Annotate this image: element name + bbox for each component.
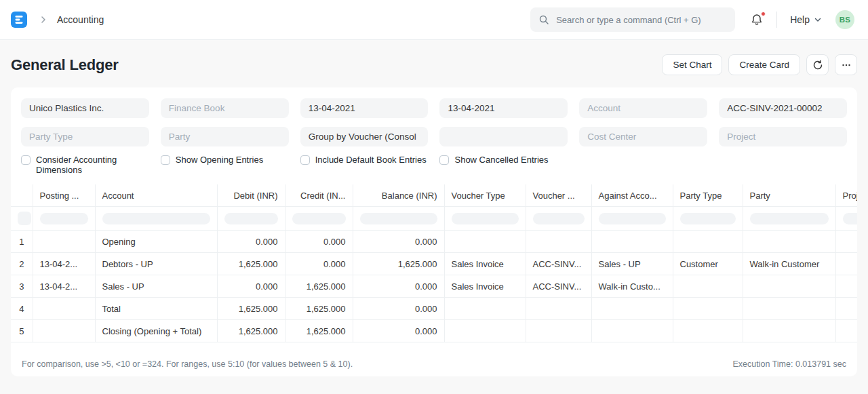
posting-date-cell[interactable]: 13-04-2... (33, 253, 95, 275)
project-cell[interactable] (835, 320, 857, 342)
column-header-voucher-no[interactable]: Voucher ... (526, 184, 591, 207)
account-column-filter[interactable] (102, 213, 210, 224)
party-type-cell[interactable] (673, 231, 743, 253)
debit-cell[interactable]: 1,625.000 (217, 253, 285, 275)
column-header-party[interactable]: Party (743, 184, 835, 207)
user-avatar[interactable]: BS (835, 10, 854, 29)
party-cell[interactable] (743, 320, 835, 342)
balance-cell[interactable]: 1,625.000 (353, 253, 444, 275)
column-header-against-account[interactable]: Against Acco... (591, 184, 673, 207)
row-select-filter[interactable] (18, 212, 31, 225)
voucher-no-cell[interactable]: ACC-SINV... (526, 275, 591, 298)
column-header-voucher-type[interactable]: Voucher Type (444, 184, 526, 207)
project-cell[interactable] (835, 275, 857, 298)
party-type-cell[interactable] (673, 320, 743, 342)
checkbox-show-opening-entries[interactable]: Show Opening Entries (161, 155, 289, 176)
checkbox-box[interactable] (21, 155, 31, 165)
party-column-filter[interactable] (750, 213, 829, 224)
create-card-button[interactable]: Create Card (728, 54, 800, 75)
account-filter[interactable] (579, 98, 707, 118)
balance-cell[interactable]: 0.000 (353, 298, 444, 320)
cost-center-filter[interactable] (579, 127, 707, 146)
posting-date-cell[interactable] (33, 298, 95, 320)
checkbox-box[interactable] (161, 155, 170, 165)
voucher-no-cell[interactable] (526, 231, 591, 253)
project-cell[interactable] (835, 253, 857, 275)
column-header-project[interactable]: Proj (835, 184, 857, 207)
checkbox-box[interactable] (300, 155, 310, 165)
account-cell[interactable]: Opening (95, 231, 217, 253)
debit-cell[interactable]: 0.000 (217, 231, 285, 253)
voucher-type-cell[interactable] (444, 298, 526, 320)
voucher-type-cell[interactable] (444, 320, 526, 342)
column-header-credit[interactable]: Credit (IN... (285, 184, 353, 207)
against-account-cell[interactable] (591, 298, 673, 320)
account-cell[interactable]: Sales - UP (95, 275, 217, 298)
column-header-debit[interactable]: Debit (INR) (217, 184, 285, 207)
balance-cell[interactable]: 0.000 (353, 275, 444, 298)
credit-cell[interactable]: 1,625.000 (285, 275, 353, 298)
account-cell[interactable]: Closing (Opening + Total) (95, 320, 217, 342)
menu-button[interactable] (835, 54, 857, 75)
column-header-posting-date[interactable]: Posting ... (33, 184, 95, 207)
voucher-type-cell[interactable]: Sales Invoice (444, 253, 526, 275)
checkbox-box[interactable] (439, 155, 449, 165)
party-cell[interactable] (743, 275, 835, 298)
search-input[interactable] (555, 14, 727, 26)
party-cell[interactable] (743, 298, 835, 320)
party-filter[interactable] (161, 127, 289, 146)
party-type-cell[interactable] (673, 275, 743, 298)
voucher-no-column-filter[interactable] (533, 213, 585, 224)
column-header-account[interactable]: Account (95, 184, 217, 207)
debit-cell[interactable]: 1,625.000 (217, 298, 285, 320)
column-header-balance[interactable]: Balance (INR) (353, 184, 444, 207)
project-filter[interactable] (719, 127, 847, 146)
voucher-type-cell[interactable] (444, 231, 526, 253)
credit-cell[interactable]: 0.000 (285, 253, 353, 275)
party-type-cell[interactable] (673, 298, 743, 320)
voucher-no-cell[interactable] (526, 298, 591, 320)
column-header-party-type[interactable]: Party Type (673, 184, 743, 207)
debit-cell[interactable]: 0.000 (217, 275, 285, 298)
refresh-button[interactable] (806, 54, 829, 75)
help-menu[interactable]: Help (786, 12, 826, 28)
voucher-no-cell[interactable] (526, 320, 591, 342)
balance-column-filter[interactable] (360, 213, 437, 224)
checkbox-consider-accounting-dimensions[interactable]: Consider Accounting Dimensions (21, 155, 149, 176)
from-date-filter[interactable] (300, 98, 429, 118)
project-cell[interactable] (835, 298, 857, 320)
app-logo[interactable] (11, 12, 27, 28)
checkbox-show-cancelled-entries[interactable]: Show Cancelled Entries (439, 155, 568, 176)
breadcrumb[interactable]: Accounting (57, 14, 104, 25)
account-cell[interactable]: Debtors - UP (95, 253, 217, 275)
credit-cell[interactable]: 1,625.000 (285, 298, 353, 320)
against-account-cell[interactable]: Sales - UP (591, 253, 673, 275)
company-filter[interactable] (21, 98, 149, 118)
finance-book-filter[interactable] (161, 98, 289, 118)
posting-date-cell[interactable]: 13-04-2... (33, 275, 95, 298)
set-chart-button[interactable]: Set Chart (662, 54, 722, 75)
empty-filter[interactable] (439, 127, 568, 146)
against-account-cell[interactable] (591, 231, 673, 253)
posting-date-cell[interactable] (33, 320, 95, 342)
balance-cell[interactable]: 0.000 (353, 231, 444, 253)
against-account-column-filter[interactable] (599, 213, 666, 224)
voucher-type-column-filter[interactable] (452, 213, 519, 224)
against-account-cell[interactable]: Walk-in Custo... (591, 275, 673, 298)
group-by-filter[interactable] (300, 127, 429, 146)
credit-cell[interactable]: 0.000 (285, 231, 353, 253)
party-type-column-filter[interactable] (680, 213, 736, 224)
checkbox-include-default-book-entries[interactable]: Include Default Book Entries (300, 155, 429, 176)
to-date-filter[interactable] (439, 98, 568, 118)
party-cell[interactable] (743, 231, 835, 253)
debit-column-filter[interactable] (224, 213, 278, 224)
voucher-no-filter[interactable] (719, 98, 847, 118)
balance-cell[interactable]: 0.000 (353, 320, 444, 342)
voucher-no-cell[interactable]: ACC-SINV... (526, 253, 591, 275)
against-account-cell[interactable] (591, 320, 673, 342)
posting-date-column-filter[interactable] (40, 213, 88, 224)
party-type-cell[interactable]: Customer (673, 253, 743, 275)
project-column-filter[interactable] (843, 213, 858, 224)
notifications-button[interactable] (746, 9, 768, 31)
account-cell[interactable]: Total (95, 298, 217, 320)
